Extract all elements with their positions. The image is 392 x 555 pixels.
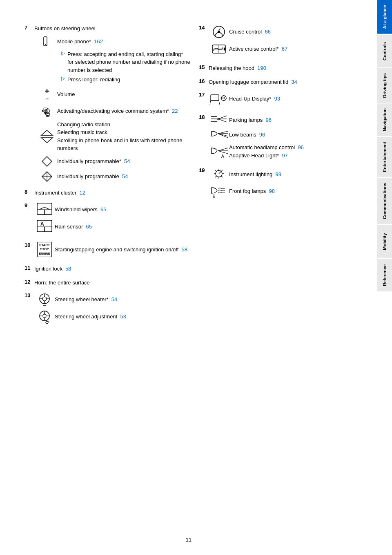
active-cruise-text: Active cruise control* 67 [229, 45, 287, 53]
svg-line-66 [218, 151, 228, 154]
individually1-row: Individually programmable* 54 [37, 155, 191, 168]
section-number-16: 16 [199, 78, 209, 84]
mobile-phone-text: Mobile phone* 162 [57, 38, 103, 46]
mobile-phone-link[interactable]: 162 [94, 38, 103, 45]
voice-command-text: Activating/deactivating voice command sy… [57, 107, 178, 115]
steering-heater-icon [34, 292, 55, 307]
headlamp-icon: A [209, 145, 229, 159]
star-diamond-icon [37, 170, 57, 183]
fog-lamps-link[interactable]: 98 [269, 188, 275, 194]
radio-text: Changing radio stationSelecting music tr… [57, 121, 191, 152]
diamond-icon [37, 155, 57, 168]
voice-command-icon: 🎙 [37, 104, 57, 119]
svg-point-25 [43, 305, 44, 306]
svg-point-0 [45, 44, 46, 45]
parking-lamps-link[interactable]: 96 [266, 117, 272, 123]
section-18: 18 [199, 114, 365, 161]
sidebar-tab-mobility[interactable]: Mobility [377, 225, 392, 258]
individually1-link[interactable]: 54 [124, 158, 130, 164]
svg-line-74 [221, 176, 223, 177]
section-16: 16 Opening luggage compartment lid 34 [199, 78, 365, 86]
instrument-cluster-link[interactable]: 12 [80, 190, 85, 196]
wipers-link[interactable]: 65 [100, 206, 106, 213]
section-number-19: 19 [199, 167, 209, 173]
arrows-icon [37, 130, 57, 143]
section-number-7: 7 [24, 25, 34, 31]
sidebar-tab-at-a-glance[interactable]: At a glance [377, 0, 392, 34]
svg-text:A: A [40, 221, 44, 227]
cruise-control-text: Cruise control 66 [229, 28, 271, 36]
hud-link[interactable]: 93 [274, 96, 280, 102]
sidebar-tab-communications[interactable]: Communications [377, 178, 392, 224]
wipers-text: Windshield wipers 65 [55, 206, 106, 214]
svg-line-58 [218, 119, 227, 122]
instrument-lighting-link[interactable]: 99 [275, 171, 281, 177]
individually1-text: Individually programmable* 54 [57, 157, 130, 166]
section-14: 14 [199, 25, 365, 58]
sidebar-tab-controls[interactable]: Controls [377, 35, 392, 67]
start-stop-link[interactable]: 58 [182, 246, 187, 253]
instrument-lighting-icon [209, 167, 229, 182]
cruise-control-link[interactable]: 66 [265, 29, 270, 35]
instrument-lighting-row: Instrument lighting 99 [209, 167, 365, 182]
steering-heater-link[interactable]: 54 [111, 296, 117, 302]
section-12: 12 Horn: the entire surface [24, 279, 191, 287]
phone-icon [37, 35, 57, 48]
wipers-icon [34, 202, 55, 217]
rain-sensor-icon: A [34, 219, 55, 234]
svg-line-77 [219, 171, 221, 174]
active-cruise-link[interactable]: 67 [282, 46, 287, 52]
subitem-press: ▷ Press: accepting and ending call, star… [37, 50, 191, 74]
section-13: 13 [24, 292, 191, 326]
sidebar: At a glance Controls Driving tips Naviga… [377, 0, 392, 555]
headlamp-link[interactable]: 96 [298, 144, 303, 150]
sidebar-tab-entertainment[interactable]: Entertainment [377, 137, 392, 177]
section-10: 10 STARTSTOPENGINE Starting/stopping eng… [24, 242, 191, 259]
svg-line-45 [210, 101, 211, 105]
svg-line-39 [219, 29, 220, 31]
hood-link[interactable]: 190 [257, 65, 266, 71]
svg-line-75 [221, 170, 223, 171]
sidebar-tab-reference[interactable]: Reference [377, 259, 392, 291]
voice-command-row: 🎙 [37, 104, 191, 119]
start-stop-row: STARTSTOPENGINE Starting/stopping engine… [34, 242, 191, 257]
section-title-15: Releasing the hood 190 [209, 65, 266, 71]
section-19: 19 [199, 167, 365, 200]
parking-lamps-text: Parking lamps 96 [229, 116, 272, 124]
low-beams-link[interactable]: 96 [259, 132, 265, 138]
section-title-7: Buttons on steering wheel [34, 25, 96, 31]
voice-command-link[interactable]: 22 [172, 108, 178, 114]
start-stop-text: Starting/stopping engine and switching i… [55, 246, 187, 254]
rain-sensor-text: Rain sensor 65 [55, 223, 92, 231]
section-17: 17 [199, 92, 365, 108]
svg-point-36 [48, 321, 49, 322]
luggage-link[interactable]: 34 [291, 79, 297, 85]
svg-point-26 [44, 305, 45, 306]
hud-icon [209, 92, 229, 106]
steering-heater-row: Steering wheel heater* 54 [34, 292, 191, 307]
section-number-15: 15 [199, 64, 209, 70]
svg-marker-6 [41, 130, 53, 135]
ignition-lock-link[interactable]: 58 [65, 266, 71, 272]
start-stop-icon: STARTSTOPENGINE [34, 242, 55, 257]
section-number-9: 9 [24, 202, 34, 208]
press-longer-text: Press longer: redialing [67, 76, 120, 84]
parking-lamps-row: Parking lamps 96 [209, 114, 365, 126]
svg-line-60 [218, 131, 228, 134]
parking-lamps-icon [209, 114, 229, 126]
adaptive-headlight-link[interactable]: 97 [282, 152, 287, 159]
cruise-control-row: Cruise control 66 [209, 25, 365, 39]
steering-adjust-row: Steering wheel adjustment 53 [34, 309, 191, 324]
steering-adjust-link[interactable]: 53 [120, 313, 126, 320]
headlamp-row: A Automatic headlamp control 96Adaptive … [209, 143, 365, 159]
svg-line-46 [219, 101, 220, 105]
section-number-14: 14 [199, 25, 209, 31]
individually2-link[interactable]: 54 [122, 173, 128, 179]
headlamp-text: Automatic headlamp control 96Adaptive He… [229, 143, 304, 159]
section-8: 8 Instrument cluster 12 [24, 189, 191, 197]
sidebar-tab-navigation[interactable]: Navigation [377, 103, 392, 136]
rain-sensor-link[interactable]: 65 [86, 224, 92, 230]
svg-point-5 [42, 110, 43, 111]
section-number-8: 8 [24, 189, 34, 195]
sidebar-tab-driving-tips[interactable]: Driving tips [377, 68, 392, 103]
